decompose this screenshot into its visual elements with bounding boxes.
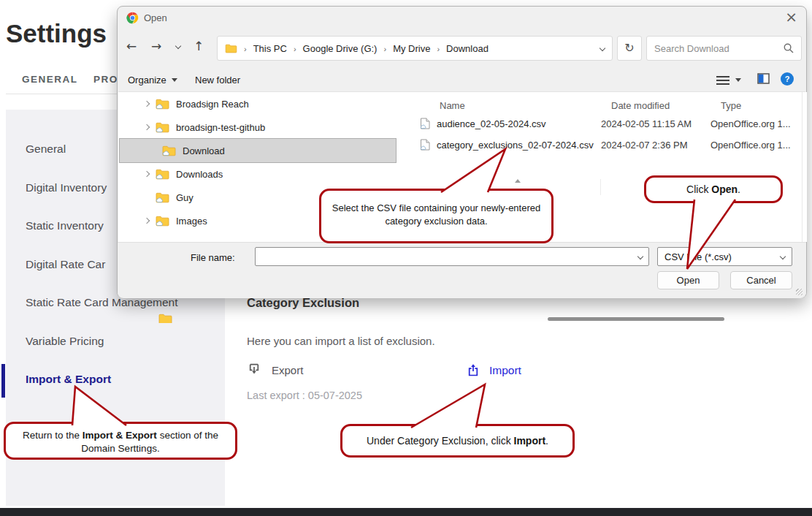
file-type-chevron-icon — [780, 254, 786, 259]
dialog-titlebar[interactable]: Open × — [118, 7, 806, 29]
file-row-audience[interactable]: audience_02-05-2024.csv 2024-02-05 11:15… — [419, 113, 802, 134]
cloud-folder-icon — [156, 169, 169, 180]
breadcrumb-separator: › — [437, 45, 440, 53]
column-header-date-modified[interactable]: Date modified — [611, 100, 670, 111]
import-label: Import — [489, 364, 521, 377]
tab-general[interactable]: GENERAL — [22, 74, 78, 85]
sort-ascending-icon — [515, 179, 521, 183]
file-type: OpenOffice.org 1... — [710, 140, 798, 151]
download-icon — [247, 363, 261, 376]
dialog-footer: File name: CSV File (*.csv) Open Cancel — [118, 242, 806, 298]
active-item-indicator — [1, 364, 5, 398]
file-name-box[interactable] — [255, 247, 649, 266]
callout-text: Click — [686, 183, 711, 195]
search-box[interactable] — [646, 36, 802, 61]
export-button[interactable]: Export — [247, 363, 303, 376]
column-divider[interactable] — [600, 179, 601, 195]
export-label: Export — [272, 364, 303, 376]
cancel-button[interactable]: Cancel — [730, 271, 792, 289]
tree-item-download-selected[interactable]: Download — [120, 139, 396, 162]
page-title: Settings — [6, 19, 107, 48]
tree-item-label: Broadsign Reach — [176, 99, 249, 110]
recent-locations-chevron-icon[interactable] — [175, 43, 181, 49]
search-input[interactable] — [654, 43, 784, 54]
file-name-input[interactable] — [261, 251, 638, 262]
csv-file-icon — [419, 118, 431, 129]
new-folder-button[interactable]: New folder — [195, 75, 240, 86]
csv-file-icon — [419, 139, 431, 151]
callout-click-open: Click Open. — [644, 175, 783, 203]
tree-item-label: Guy — [176, 192, 194, 203]
file-date: 2024-02-07 2:36 PM — [601, 140, 710, 151]
horizontal-scrollbar[interactable] — [548, 317, 724, 321]
breadcrumb-google-drive[interactable]: Google Drive (G:) — [303, 43, 378, 54]
pane-edge — [802, 92, 803, 242]
organize-menu[interactable]: Organize — [128, 75, 177, 86]
file-name: audience_02-05-2024.csv — [437, 118, 601, 129]
refresh-button[interactable]: ↻ — [617, 36, 642, 61]
upload-icon — [466, 363, 480, 377]
breadcrumb-this-pc[interactable]: This PC — [253, 43, 287, 54]
breadcrumb-separator: › — [383, 45, 386, 53]
cloud-folder-icon — [156, 192, 169, 203]
section-description: Here you can import a list of exclusion. — [247, 335, 435, 347]
view-dropdown-icon[interactable] — [735, 78, 741, 82]
callout-text: Under Category Exclusion, click — [367, 435, 514, 447]
preview-pane-icon[interactable] — [757, 73, 770, 84]
sidebar-item-digital-rate-card[interactable]: Digital Rate Car — [26, 258, 105, 271]
forward-button[interactable]: → — [151, 39, 161, 53]
column-header-type[interactable]: Type — [721, 100, 741, 111]
last-export-text: Last export : 05-07-2025 — [247, 390, 362, 401]
sidebar-item-import-export[interactable]: Import & Export — [26, 373, 111, 386]
sidebar-item-static-inventory[interactable]: Static Inventory — [26, 219, 104, 232]
file-type-select[interactable]: CSV File (*.csv) — [657, 247, 792, 266]
file-name-dropdown-chevron-icon[interactable] — [637, 254, 643, 259]
tree-item-broadsign-reach[interactable]: Broadsign Reach — [118, 92, 407, 115]
cloud-folder-icon — [156, 216, 169, 227]
resize-grip[interactable] — [796, 289, 803, 295]
file-row-category-exclusions[interactable]: category_exclusions_02-07-2024.csv 2024-… — [419, 134, 802, 155]
open-button[interactable]: Open — [657, 271, 719, 289]
chevron-right-icon[interactable] — [144, 218, 150, 224]
import-button[interactable]: Import — [466, 363, 521, 377]
tree-item-label: broadsign-test-github — [176, 122, 265, 133]
tab-pro[interactable]: PRO — [93, 74, 118, 85]
address-dropdown-chevron-icon[interactable] — [600, 45, 605, 51]
cloud-folder-icon — [156, 122, 169, 133]
organize-dropdown-icon — [172, 78, 177, 82]
breadcrumb[interactable]: › This PC › Google Drive (G:) › My Drive… — [217, 36, 613, 61]
cloud-folder-icon — [156, 99, 169, 110]
folder-icon — [225, 44, 237, 53]
view-options-icon[interactable] — [716, 74, 729, 87]
organize-label: Organize — [128, 75, 166, 86]
tree-item-broadsign-test-github[interactable]: broadsign-test-github — [118, 115, 407, 139]
breadcrumb-my-drive[interactable]: My Drive — [393, 43, 430, 54]
tree-item-partial[interactable] — [158, 314, 172, 323]
back-button[interactable]: ← — [126, 39, 137, 53]
help-icon[interactable]: ? — [781, 72, 794, 86]
callout-text: Select the CSV file containing your newl… — [332, 202, 540, 227]
up-button[interactable]: ↑ — [194, 39, 204, 53]
column-header-name[interactable]: Name — [440, 100, 465, 111]
callout-bold-text: Import — [514, 435, 546, 447]
tree-item-downloads[interactable]: Downloads — [118, 162, 407, 186]
callout-return-import-export: Return to the Import & Export section of… — [4, 422, 237, 460]
sidebar-item-digital-inventory[interactable]: Digital Inventory — [26, 181, 107, 194]
chevron-right-icon[interactable] — [144, 124, 150, 130]
open-file-dialog: Open × ← → ↑ › This PC › Google Drive (G… — [117, 6, 807, 298]
tree-item-label: Download — [183, 145, 225, 156]
breadcrumb-separator: › — [294, 45, 296, 53]
chevron-right-icon[interactable] — [144, 171, 150, 177]
breadcrumb-download[interactable]: Download — [446, 43, 489, 54]
cloud-folder-icon — [162, 145, 176, 156]
file-type: OpenOffice.org 1... — [710, 118, 798, 129]
callout-select-csv: Select the CSV file containing your newl… — [319, 189, 554, 243]
close-icon[interactable]: × — [785, 8, 797, 26]
chevron-right-icon[interactable] — [144, 101, 150, 107]
file-name: category_exclusions_02-07-2024.csv — [437, 140, 601, 151]
search-icon — [784, 43, 794, 53]
tree-item-label: Images — [176, 216, 207, 227]
sidebar-item-variable-pricing[interactable]: Variable Pricing — [26, 335, 104, 348]
cloud-folder-icon — [158, 314, 172, 323]
sidebar-item-general[interactable]: General — [26, 143, 66, 156]
